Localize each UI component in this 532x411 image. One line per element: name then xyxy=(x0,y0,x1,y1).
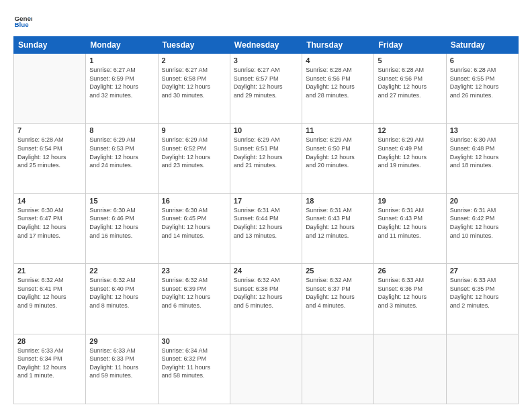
calendar-cell: 3Sunrise: 6:27 AM Sunset: 6:57 PM Daylig… xyxy=(230,54,302,124)
calendar-cell: 14Sunrise: 6:30 AM Sunset: 6:47 PM Dayli… xyxy=(14,193,86,263)
calendar-cell: 5Sunrise: 6:28 AM Sunset: 6:56 PM Daylig… xyxy=(374,54,446,124)
logo-icon: General Blue xyxy=(13,12,32,31)
calendar-cell: 1Sunrise: 6:27 AM Sunset: 6:59 PM Daylig… xyxy=(86,54,158,124)
day-number: 18 xyxy=(306,197,370,205)
calendar-cell: 4Sunrise: 6:28 AM Sunset: 6:56 PM Daylig… xyxy=(302,54,374,124)
day-number: 26 xyxy=(378,267,442,275)
calendar-cell: 18Sunrise: 6:31 AM Sunset: 6:43 PM Dayli… xyxy=(302,193,374,263)
calendar-week-4: 28Sunrise: 6:33 AM Sunset: 6:34 PM Dayli… xyxy=(14,334,519,404)
calendar-cell: 6Sunrise: 6:28 AM Sunset: 6:55 PM Daylig… xyxy=(446,54,518,124)
calendar-header-thursday: Thursday xyxy=(302,37,374,54)
day-info: Sunrise: 6:30 AM Sunset: 6:47 PM Dayligh… xyxy=(17,206,82,240)
day-number: 13 xyxy=(450,126,515,134)
calendar-cell: 25Sunrise: 6:32 AM Sunset: 6:37 PM Dayli… xyxy=(302,264,374,334)
calendar-header-saturday: Saturday xyxy=(446,37,518,54)
calendar-header-wednesday: Wednesday xyxy=(230,37,302,54)
day-info: Sunrise: 6:33 AM Sunset: 6:34 PM Dayligh… xyxy=(17,347,82,380)
day-info: Sunrise: 6:28 AM Sunset: 6:56 PM Dayligh… xyxy=(306,66,370,99)
calendar-cell xyxy=(374,334,446,404)
calendar-cell: 28Sunrise: 6:33 AM Sunset: 6:34 PM Dayli… xyxy=(14,334,86,404)
calendar-body: 1Sunrise: 6:27 AM Sunset: 6:59 PM Daylig… xyxy=(14,54,519,404)
calendar-cell xyxy=(230,334,302,404)
calendar-cell: 23Sunrise: 6:32 AM Sunset: 6:39 PM Dayli… xyxy=(158,264,230,334)
calendar-cell: 12Sunrise: 6:29 AM Sunset: 6:49 PM Dayli… xyxy=(374,124,446,193)
day-number: 8 xyxy=(89,126,154,134)
calendar-cell: 8Sunrise: 6:29 AM Sunset: 6:53 PM Daylig… xyxy=(86,124,158,193)
day-info: Sunrise: 6:32 AM Sunset: 6:37 PM Dayligh… xyxy=(306,276,370,310)
day-number: 30 xyxy=(162,337,226,345)
calendar-week-0: 1Sunrise: 6:27 AM Sunset: 6:59 PM Daylig… xyxy=(14,54,519,124)
calendar-cell: 15Sunrise: 6:30 AM Sunset: 6:46 PM Dayli… xyxy=(86,193,158,263)
calendar-week-2: 14Sunrise: 6:30 AM Sunset: 6:47 PM Dayli… xyxy=(14,193,519,263)
day-number: 4 xyxy=(306,56,370,64)
calendar-cell: 19Sunrise: 6:31 AM Sunset: 6:43 PM Dayli… xyxy=(374,193,446,263)
day-number: 9 xyxy=(162,126,226,134)
day-number: 29 xyxy=(89,337,154,345)
day-number: 12 xyxy=(378,126,442,134)
calendar-header-tuesday: Tuesday xyxy=(158,37,230,54)
calendar-cell xyxy=(302,334,374,404)
calendar-header-sunday: Sunday xyxy=(14,37,86,54)
calendar-cell xyxy=(446,334,518,404)
day-info: Sunrise: 6:27 AM Sunset: 6:58 PM Dayligh… xyxy=(162,66,226,99)
svg-text:Blue: Blue xyxy=(14,21,29,28)
calendar-cell: 17Sunrise: 6:31 AM Sunset: 6:44 PM Dayli… xyxy=(230,193,302,263)
day-number: 20 xyxy=(450,197,515,205)
day-number: 2 xyxy=(162,56,226,64)
day-info: Sunrise: 6:27 AM Sunset: 6:57 PM Dayligh… xyxy=(234,66,298,99)
calendar-cell: 22Sunrise: 6:32 AM Sunset: 6:40 PM Dayli… xyxy=(86,264,158,334)
day-info: Sunrise: 6:31 AM Sunset: 6:44 PM Dayligh… xyxy=(234,206,298,240)
day-info: Sunrise: 6:31 AM Sunset: 6:42 PM Dayligh… xyxy=(450,206,515,240)
calendar-cell: 9Sunrise: 6:29 AM Sunset: 6:52 PM Daylig… xyxy=(158,124,230,193)
day-number: 14 xyxy=(17,197,82,205)
day-number: 5 xyxy=(378,56,442,64)
day-number: 25 xyxy=(306,267,370,275)
day-info: Sunrise: 6:28 AM Sunset: 6:56 PM Dayligh… xyxy=(378,66,442,99)
day-number: 23 xyxy=(162,267,226,275)
day-number: 15 xyxy=(89,197,154,205)
calendar-cell: 24Sunrise: 6:32 AM Sunset: 6:38 PM Dayli… xyxy=(230,264,302,334)
day-info: Sunrise: 6:29 AM Sunset: 6:51 PM Dayligh… xyxy=(234,136,298,169)
day-number: 16 xyxy=(162,197,226,205)
day-info: Sunrise: 6:34 AM Sunset: 6:32 PM Dayligh… xyxy=(162,347,226,380)
day-number: 24 xyxy=(234,267,298,275)
calendar-cell: 20Sunrise: 6:31 AM Sunset: 6:42 PM Dayli… xyxy=(446,193,518,263)
calendar-cell: 11Sunrise: 6:29 AM Sunset: 6:50 PM Dayli… xyxy=(302,124,374,193)
day-info: Sunrise: 6:30 AM Sunset: 6:46 PM Dayligh… xyxy=(89,206,154,240)
calendar-week-1: 7Sunrise: 6:28 AM Sunset: 6:54 PM Daylig… xyxy=(14,124,519,193)
day-number: 6 xyxy=(450,56,515,64)
day-info: Sunrise: 6:33 AM Sunset: 6:33 PM Dayligh… xyxy=(89,347,154,380)
day-info: Sunrise: 6:32 AM Sunset: 6:38 PM Dayligh… xyxy=(234,276,298,310)
calendar-cell: 27Sunrise: 6:33 AM Sunset: 6:35 PM Dayli… xyxy=(446,264,518,334)
day-number: 10 xyxy=(234,126,298,134)
day-number: 22 xyxy=(89,267,154,275)
calendar-table: SundayMondayTuesdayWednesdayThursdayFrid… xyxy=(13,36,519,404)
calendar-cell: 10Sunrise: 6:29 AM Sunset: 6:51 PM Dayli… xyxy=(230,124,302,193)
calendar-cell: 16Sunrise: 6:30 AM Sunset: 6:45 PM Dayli… xyxy=(158,193,230,263)
day-info: Sunrise: 6:31 AM Sunset: 6:43 PM Dayligh… xyxy=(378,206,442,240)
day-info: Sunrise: 6:33 AM Sunset: 6:36 PM Dayligh… xyxy=(378,276,442,310)
day-number: 17 xyxy=(234,197,298,205)
day-number: 3 xyxy=(234,56,298,64)
day-number: 1 xyxy=(89,56,154,64)
day-info: Sunrise: 6:29 AM Sunset: 6:50 PM Dayligh… xyxy=(306,136,370,169)
day-number: 28 xyxy=(17,337,82,345)
logo: General Blue xyxy=(13,12,32,31)
calendar-header-friday: Friday xyxy=(374,37,446,54)
calendar-cell: 2Sunrise: 6:27 AM Sunset: 6:58 PM Daylig… xyxy=(158,54,230,124)
calendar-week-3: 21Sunrise: 6:32 AM Sunset: 6:41 PM Dayli… xyxy=(14,264,519,334)
calendar-header-monday: Monday xyxy=(86,37,158,54)
day-number: 27 xyxy=(450,267,515,275)
calendar-cell: 29Sunrise: 6:33 AM Sunset: 6:33 PM Dayli… xyxy=(86,334,158,404)
day-number: 11 xyxy=(306,126,370,134)
calendar-cell xyxy=(14,54,86,124)
day-info: Sunrise: 6:32 AM Sunset: 6:41 PM Dayligh… xyxy=(17,276,82,310)
day-info: Sunrise: 6:29 AM Sunset: 6:49 PM Dayligh… xyxy=(378,136,442,169)
calendar-cell: 30Sunrise: 6:34 AM Sunset: 6:32 PM Dayli… xyxy=(158,334,230,404)
day-number: 21 xyxy=(17,267,82,275)
day-info: Sunrise: 6:27 AM Sunset: 6:59 PM Dayligh… xyxy=(89,66,154,99)
calendar-cell: 26Sunrise: 6:33 AM Sunset: 6:36 PM Dayli… xyxy=(374,264,446,334)
day-info: Sunrise: 6:30 AM Sunset: 6:45 PM Dayligh… xyxy=(162,206,226,240)
day-number: 7 xyxy=(17,126,82,134)
calendar-header-row: SundayMondayTuesdayWednesdayThursdayFrid… xyxy=(14,37,519,54)
